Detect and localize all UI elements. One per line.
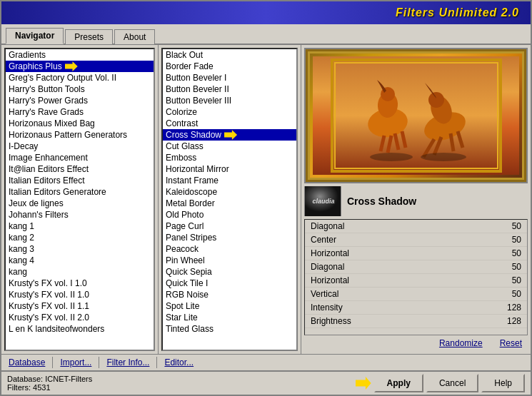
category-list[interactable]: GradientsGraphics PlusGreg's Factory Out… bbox=[4, 48, 155, 351]
selection-arrow-icon bbox=[65, 61, 78, 71]
category-item[interactable]: kang 4 bbox=[6, 255, 154, 266]
help-button[interactable]: Help bbox=[481, 374, 525, 392]
filter-item[interactable]: Cross Shadow bbox=[163, 129, 296, 141]
filter-item[interactable]: Pin Wheel bbox=[163, 255, 296, 266]
param-row: Diagonal50 bbox=[305, 260, 527, 274]
selection-arrow-icon bbox=[224, 130, 237, 140]
category-item[interactable]: Greg's Factory Output Vol. II bbox=[6, 72, 154, 83]
filter-item[interactable]: Horizontal Mirror bbox=[163, 163, 296, 175]
filter-item[interactable]: Quick Tile I bbox=[163, 278, 296, 289]
category-item[interactable]: Horizonaus Pattern Generators bbox=[6, 129, 154, 141]
filter-item[interactable]: Star Lite bbox=[163, 312, 296, 323]
db-value: ICNET-Filters bbox=[45, 375, 92, 383]
editor-link[interactable]: Editor... bbox=[161, 357, 196, 368]
category-item[interactable]: kang 2 bbox=[6, 232, 154, 243]
tab-bar: Navigator Presets About bbox=[1, 24, 531, 45]
middle-panel: Black OutBorder FadeButton Beveler IButt… bbox=[159, 45, 301, 354]
param-value: 50 bbox=[493, 221, 521, 231]
filter-item[interactable]: Kaleidoscope bbox=[163, 186, 296, 198]
app-title: Filters Unlimited 2.0 bbox=[396, 6, 519, 19]
category-item[interactable]: Graphics Plus bbox=[6, 61, 154, 72]
category-item[interactable]: Jeux de lignes bbox=[6, 198, 154, 209]
param-value: 50 bbox=[493, 248, 521, 258]
main-content: GradientsGraphics PlusGreg's Factory Out… bbox=[1, 45, 531, 354]
filter-item[interactable]: Button Beveler III bbox=[163, 95, 296, 106]
filter-info-row: claudia Cross Shadow bbox=[304, 186, 528, 216]
action-buttons: Apply Cancel Help bbox=[356, 374, 525, 392]
param-row: Diagonal50 bbox=[305, 220, 527, 233]
svg-point-17 bbox=[370, 153, 413, 161]
category-item[interactable]: Harry's Rave Grads bbox=[6, 106, 154, 118]
filter-thumbnail: claudia bbox=[304, 186, 341, 216]
reset-button[interactable]: Reset bbox=[497, 337, 525, 349]
category-item[interactable]: Harry's Button Tools bbox=[6, 83, 154, 95]
filter-list[interactable]: Black OutBorder FadeButton Beveler IButt… bbox=[161, 48, 298, 351]
category-item[interactable]: Gradients bbox=[6, 49, 154, 61]
apply-button[interactable]: Apply bbox=[374, 374, 423, 392]
randomize-button[interactable]: Randomize bbox=[436, 337, 486, 349]
filter-item[interactable]: Panel Stripes bbox=[163, 232, 296, 243]
svg-point-12 bbox=[428, 92, 444, 108]
filter-item[interactable]: Metal Border bbox=[163, 198, 296, 209]
filter-item[interactable]: Emboss bbox=[163, 152, 296, 163]
filters-label: Filters: bbox=[7, 383, 31, 392]
param-value: 50 bbox=[493, 275, 521, 285]
category-item[interactable]: Horizonaus Mixed Bag bbox=[6, 118, 154, 129]
filter-item[interactable]: Black Out bbox=[163, 49, 296, 61]
preview-svg bbox=[331, 59, 502, 173]
filter-item[interactable]: Button Beveler II bbox=[163, 83, 296, 95]
param-name: Vertical bbox=[311, 289, 338, 299]
category-item[interactable]: Krusty's FX vol. I 1.0 bbox=[6, 278, 154, 289]
param-name: Brightness bbox=[311, 316, 351, 326]
param-row: Horizontal50 bbox=[305, 247, 527, 260]
filter-item[interactable]: Old Photo bbox=[163, 209, 296, 220]
main-window: Filters Unlimited 2.0 Navigator Presets … bbox=[0, 0, 532, 396]
sep1 bbox=[52, 357, 53, 368]
filter-item[interactable]: RGB Noise bbox=[163, 289, 296, 300]
import-link[interactable]: Import... bbox=[57, 357, 94, 368]
category-item[interactable]: Italian Editors Generatore bbox=[6, 186, 154, 198]
category-item[interactable]: Krusty's FX vol. II 2.0 bbox=[6, 312, 154, 323]
filter-item[interactable]: Page Curl bbox=[163, 220, 296, 232]
category-item[interactable]: It@lian Editors Effect bbox=[6, 163, 154, 175]
category-item[interactable]: Krusty's FX vol. II 1.0 bbox=[6, 289, 154, 300]
filter-item[interactable]: Colorize bbox=[163, 106, 296, 118]
param-name: Diagonal bbox=[311, 262, 344, 272]
filter-item[interactable]: Instant Frame bbox=[163, 175, 296, 186]
category-item[interactable]: L en K landsiteofwonders bbox=[6, 323, 154, 335]
category-item[interactable]: Italian Editors Effect bbox=[6, 175, 154, 186]
left-panel: GradientsGraphics PlusGreg's Factory Out… bbox=[1, 45, 159, 354]
category-item[interactable]: Harry's Power Grads bbox=[6, 95, 154, 106]
param-name: Horizontal bbox=[311, 248, 349, 258]
preview-image bbox=[304, 48, 528, 183]
tab-presets[interactable]: Presets bbox=[65, 29, 113, 44]
db-label: Database: bbox=[7, 375, 43, 383]
tab-about[interactable]: About bbox=[114, 29, 155, 44]
filter-list-container: Black OutBorder FadeButton Beveler IButt… bbox=[159, 45, 301, 354]
category-item[interactable]: Johann's Filters bbox=[6, 209, 154, 220]
sep3 bbox=[156, 357, 157, 368]
category-item[interactable]: kang 1 bbox=[6, 220, 154, 232]
tab-navigator[interactable]: Navigator bbox=[6, 28, 64, 44]
filters-value: 4531 bbox=[33, 383, 50, 392]
filter-item[interactable]: Tinted Glass bbox=[163, 323, 296, 335]
filter-info-link[interactable]: Filter Info... bbox=[104, 357, 152, 368]
filter-item[interactable]: Button Beveler I bbox=[163, 72, 296, 83]
param-value: 128 bbox=[493, 316, 521, 326]
filter-item[interactable]: Border Fade bbox=[163, 61, 296, 72]
category-item[interactable]: kang 3 bbox=[6, 243, 154, 255]
category-item[interactable]: Krusty's FX vol. II 1.1 bbox=[6, 300, 154, 312]
category-item[interactable]: Image Enhancement bbox=[6, 152, 154, 163]
database-link[interactable]: Database bbox=[6, 357, 48, 368]
filter-item[interactable]: Spot Lite bbox=[163, 300, 296, 312]
category-item[interactable]: kang bbox=[6, 266, 154, 278]
filter-item[interactable]: Peacock bbox=[163, 243, 296, 255]
category-item[interactable]: I-Decay bbox=[6, 141, 154, 152]
param-row: Intensity128 bbox=[305, 301, 527, 315]
sep2 bbox=[99, 357, 99, 368]
filter-item[interactable]: Cut Glass bbox=[163, 141, 296, 152]
filter-item[interactable]: Contrast bbox=[163, 118, 296, 129]
cancel-button[interactable]: Cancel bbox=[426, 374, 478, 392]
param-row: Center50 bbox=[305, 233, 527, 247]
filter-item[interactable]: Quick Sepia bbox=[163, 266, 296, 278]
